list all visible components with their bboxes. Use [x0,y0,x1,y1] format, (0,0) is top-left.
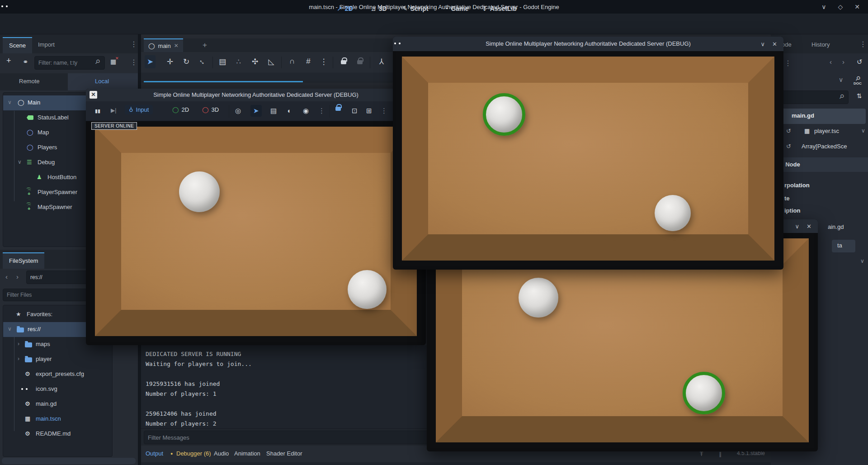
front-window-titlebar[interactable]: ✕ Simple Online Multiplayer Networking A… [86,89,426,101]
inspector-script-header[interactable]: main.gd [774,109,866,124]
expander-icon[interactable]: ∨ [8,99,12,105]
inspector-forward-icon[interactable]: › [842,58,844,66]
inspector-node-section[interactable]: ◯ Node [771,157,868,172]
dock-menu-icon[interactable]: ⋮ [859,40,867,48]
game-window-front[interactable]: ✕ Simple Online Multiplayer Networking A… [86,89,426,345]
snap-options-icon[interactable]: ⋮ [318,57,329,66]
inspector-metadata-fragment[interactable]: ta [832,240,855,252]
3d-debug-button[interactable]: ◯ 3D [198,105,223,114]
expander-icon[interactable]: ∨ [18,159,22,165]
ruler-tool-icon[interactable]: ◺ [266,57,277,66]
lock-node-icon[interactable] [338,57,349,66]
grid-snap-icon[interactable]: # [303,57,314,66]
list-select-icon[interactable]: ▤ [217,57,228,66]
scene-tree-menu-icon[interactable]: ⋮ [130,58,137,66]
local-tab[interactable]: Local [68,73,138,90]
inspector-menu-icon[interactable]: ⋮ [784,59,792,67]
own-player-ball [683,372,725,414]
tab-history[interactable]: History [805,37,836,53]
fs-back-icon[interactable]: ‹ [5,273,8,280]
game-list-select-icon[interactable]: ▤ [270,107,277,115]
next-frame-icon[interactable]: ▶| [111,107,116,114]
dock-resize-grip[interactable] [2,458,136,464]
tab-scene[interactable]: Scene [3,37,32,53]
window-maximize-icon[interactable]: ◇ [838,3,843,10]
close-tab-icon[interactable]: ✕ [174,43,179,49]
pin-bottom-panel-icon[interactable]: Ŧ [700,451,703,457]
file-row-readme[interactable]: ⚙ README.md [3,427,112,441]
tab-main-scene[interactable]: ◯ main ✕ [144,38,183,52]
inspector-history-icon[interactable]: ↺ [857,58,863,66]
workspace-script[interactable]: ✎ Script [402,5,428,12]
dock-menu-icon[interactable]: ⋮ [130,40,137,48]
shrink-window-icon[interactable]: ⊡ [352,107,358,115]
workspace-2d[interactable]: ↗ 2D [337,5,353,12]
expand-bottom-panel-icon[interactable]: ∥ [719,451,722,457]
workspace-game[interactable]: ◔ Game [444,5,468,12]
property-filter-icon[interactable]: ⇅ [857,92,862,100]
add-node-button[interactable]: + [6,56,11,66]
input-mode-button[interactable]: ⚲ Input [125,105,153,114]
instantiate-scene-icon[interactable]: ⚭ [23,58,28,66]
inspector-back-icon[interactable]: ‹ [830,58,832,66]
pan-tool-icon[interactable]: ✣ [250,57,260,66]
inspector-script-fragment[interactable]: ain.gd [828,223,844,230]
revert-icon[interactable]: ↺ [786,128,791,134]
file-row-export-presets[interactable]: ⚙ export_presets.cfg [3,367,112,382]
ungroup-node-icon[interactable] [354,57,365,66]
camera-icon[interactable]: ◉ [303,107,309,115]
window-close-icon[interactable]: ✕ [854,3,860,10]
revert-icon[interactable]: ↺ [786,143,791,150]
tab-animation[interactable]: Animation [234,450,260,457]
gdscript-icon: ⚙ [25,400,30,407]
pause-game-icon[interactable]: ▮▮ [95,108,100,114]
game-menu-icon[interactable]: ⋮ [318,107,325,115]
embed-lock-icon[interactable] [335,104,341,112]
smart-snap-icon[interactable]: ∩ [287,57,297,66]
resource-chevron-icon[interactable]: ∨ [839,76,843,83]
select-tool-icon[interactable]: ➤ [145,55,156,68]
workspace-3d[interactable]: ⊿ 3D [371,5,387,12]
expander-icon[interactable]: › [18,341,19,347]
embed-menu-icon[interactable]: ⋮ [381,107,387,115]
top-window-titlebar[interactable]: Simple Online Multiplayer Networking Aut… [393,37,783,51]
window-close-icon[interactable]: ✕ [807,223,811,230]
camera-override-icon[interactable]: ◎ [235,107,241,115]
chevron-down-icon[interactable]: ∨ [861,128,865,134]
inspector-translate-fragment: te [784,195,790,202]
chevron-down-icon[interactable]: ∨ [860,258,864,264]
remote-tab[interactable]: Remote [19,78,40,85]
file-row-player[interactable]: › player [3,352,112,367]
scale-tool-icon[interactable]: ↔ [195,54,209,68]
tab-audio[interactable]: Audio [214,450,229,457]
window-close-icon[interactable]: ✕ [772,41,777,47]
file-row-icon-svg[interactable]: icon.svg [3,382,112,397]
window-minimize-icon[interactable]: ∨ [821,3,826,10]
audio-mute-icon[interactable]: ◖ [287,107,291,114]
rotate-tool-icon[interactable]: ↻ [181,57,192,66]
window-minimize-icon[interactable]: ∨ [761,41,765,47]
expand-window-icon[interactable]: ⊞ [366,107,372,115]
move-tool-icon[interactable]: ✛ [165,57,175,66]
game-select-tool-icon[interactable]: ➤ [250,105,262,117]
front-window-title: Simple Online Multiplayer Networking Aut… [99,91,412,98]
tab-filesystem[interactable]: FileSystem [3,252,44,269]
tab-shader-editor[interactable]: Shader Editor [266,450,302,457]
file-row-main-gd[interactable]: ⚙ main.gd [3,397,112,412]
2d-debug-button[interactable]: ◯ 2D [168,105,193,114]
pixel-snap-icon[interactable]: ∴ [233,57,244,66]
inspector-interpolation-fragment: rpolation [784,182,810,189]
new-tab-icon[interactable]: + [203,41,207,50]
skeleton-options-icon[interactable]: ⅄ [376,57,387,66]
tab-output[interactable]: Output [146,450,163,457]
game-window-top[interactable]: Simple Online Multiplayer Networking Aut… [393,37,783,270]
fs-forward-icon[interactable]: › [16,273,19,280]
log-line: Number of players: 1 [146,390,217,397]
file-row-main-tscn[interactable]: ▦ main.tscn [3,412,112,427]
expander-icon[interactable]: › [18,356,19,362]
expander-icon[interactable]: ∨ [8,326,12,332]
workspace-assetlib[interactable]: ↧ AssetLib [482,5,517,12]
tab-import[interactable]: Import [32,37,61,53]
window-minimize-icon[interactable]: ∨ [795,223,800,230]
tab-debugger[interactable]: Debugger (6) [176,450,211,457]
